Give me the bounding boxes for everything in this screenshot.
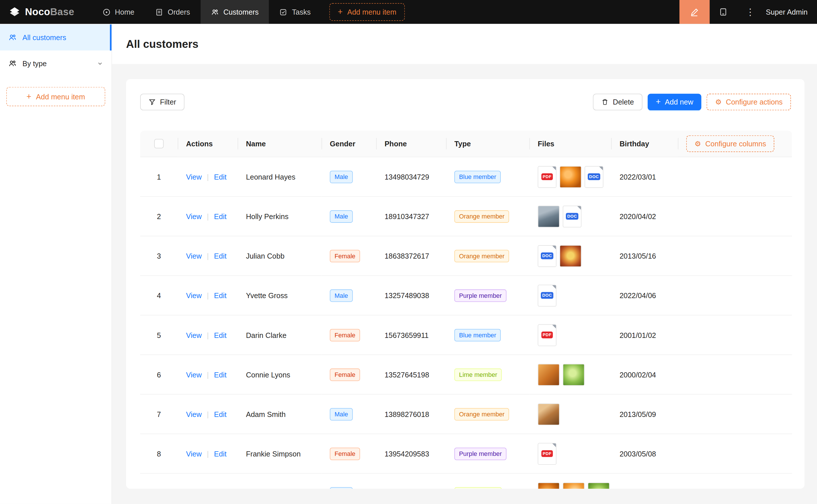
- gender-tag: Female: [330, 250, 360, 262]
- type-cell: Lime member: [446, 474, 529, 489]
- gear-icon: ⚙: [695, 140, 701, 147]
- view-link[interactable]: View: [186, 449, 202, 458]
- nav-item-tasks[interactable]: Tasks: [269, 0, 321, 24]
- name-cell: Holly Perkins: [238, 197, 322, 236]
- table-row: 4View|EditYvette GrossMale13257489038Pur…: [140, 276, 792, 315]
- phone-cell: 18910347327: [376, 197, 446, 236]
- sidebar-add-menu-item-button[interactable]: + Add menu item: [6, 87, 105, 106]
- configure-actions-button[interactable]: ⚙ Configure actions: [707, 94, 791, 110]
- row-index: 3: [157, 252, 161, 260]
- view-link[interactable]: View: [186, 252, 202, 260]
- edit-link[interactable]: Edit: [214, 212, 227, 221]
- gender-tag: Female: [330, 329, 360, 341]
- pdf-file-icon[interactable]: PDF: [538, 443, 556, 464]
- column-header-gender: Gender: [321, 131, 376, 157]
- actions-cell: View|Edit: [178, 276, 238, 315]
- edit-link[interactable]: Edit: [214, 252, 227, 260]
- type-tag: Lime member: [454, 368, 502, 381]
- files-cell: DOC: [529, 197, 611, 236]
- file-list: PDFDOC: [538, 166, 603, 188]
- gender-tag: Male: [330, 210, 353, 223]
- gender-cell: Male: [321, 395, 376, 434]
- type-cell: Purple member: [446, 434, 529, 474]
- edit-link[interactable]: Edit: [214, 331, 227, 339]
- image-thumbnail[interactable]: [538, 364, 559, 385]
- edit-link[interactable]: Edit: [214, 410, 227, 418]
- delete-label: Delete: [613, 98, 634, 106]
- type-tag: Blue member: [454, 170, 501, 183]
- nav-item-customers[interactable]: Customers: [200, 0, 269, 24]
- view-link[interactable]: View: [186, 173, 202, 181]
- people-icon: [8, 33, 17, 42]
- plus-icon: +: [338, 8, 343, 16]
- file-list: DOC: [538, 245, 603, 267]
- gender-tag: Male: [330, 289, 353, 302]
- tablet-icon-button[interactable]: [710, 0, 737, 24]
- add-menu-item-button[interactable]: + Add menu item: [329, 3, 405, 21]
- row-index-cell: 8: [140, 434, 178, 474]
- type-cell: Blue member: [446, 315, 529, 355]
- app-title: NocoBase: [25, 6, 74, 18]
- more-menu-button[interactable]: ⋮: [737, 0, 764, 24]
- sidebar-item-by-type[interactable]: By type: [0, 50, 111, 76]
- table-row: 5View|EditDarin ClarkeFemale15673659911B…: [140, 315, 792, 355]
- configure-columns-button[interactable]: ⚙ Configure columns: [686, 135, 775, 152]
- ui-editor-button[interactable]: [680, 0, 710, 24]
- orders-icon: [155, 8, 163, 16]
- image-thumbnail[interactable]: [538, 205, 559, 227]
- birthday-cell: 2013/05/09: [611, 395, 678, 434]
- add-new-button[interactable]: + Add new: [648, 94, 702, 110]
- nav-item-home[interactable]: Home: [92, 0, 145, 24]
- image-thumbnail[interactable]: [538, 403, 559, 425]
- add-menu-item-label: Add menu item: [36, 92, 85, 101]
- phone-number: 15673659911: [384, 331, 429, 339]
- nocobase-logo[interactable]: NocoBase: [8, 6, 74, 18]
- edit-link[interactable]: Edit: [214, 291, 227, 300]
- image-thumbnail[interactable]: [538, 482, 559, 489]
- type-tag: Orange member: [454, 210, 509, 223]
- birthday-cell: 2001/01/02: [611, 315, 678, 355]
- filter-button[interactable]: Filter: [140, 94, 184, 110]
- action-separator: |: [207, 331, 209, 339]
- sidebar-item-all-customers[interactable]: All customers: [0, 24, 111, 50]
- edit-link[interactable]: Edit: [214, 173, 227, 181]
- edit-link[interactable]: Edit: [214, 370, 227, 379]
- gender-tag: Male: [330, 170, 353, 183]
- user-menu[interactable]: Super Admin: [766, 8, 808, 16]
- type-tag: Purple member: [454, 447, 506, 460]
- pdf-file-icon[interactable]: PDF: [538, 166, 556, 188]
- customer-name: Yvette Gross: [246, 291, 288, 300]
- view-link[interactable]: View: [186, 291, 202, 300]
- tasks-icon: [280, 8, 287, 16]
- delete-button[interactable]: Delete: [593, 94, 643, 110]
- view-link[interactable]: View: [186, 212, 202, 221]
- nav-item-orders[interactable]: Orders: [145, 0, 200, 24]
- edit-link[interactable]: Edit: [214, 449, 227, 458]
- doc-file-icon[interactable]: DOC: [538, 284, 556, 306]
- image-thumbnail[interactable]: [559, 166, 581, 188]
- name-cell: Yvette Gross: [238, 276, 322, 315]
- phone-cell: 15673659911: [376, 315, 446, 355]
- view-link[interactable]: View: [186, 410, 202, 418]
- type-cell: Purple member: [446, 276, 529, 315]
- doc-file-icon[interactable]: DOC: [563, 205, 581, 227]
- view-link[interactable]: View: [186, 331, 202, 339]
- doc-file-icon[interactable]: DOC: [538, 245, 556, 267]
- content-card: Filter Delete + Add new ⚙ Co: [126, 79, 805, 489]
- image-thumbnail[interactable]: [559, 245, 581, 267]
- select-all-checkbox[interactable]: [154, 139, 164, 149]
- files-cell: [529, 355, 611, 395]
- sidebar-item-label: By type: [22, 59, 47, 68]
- gear-icon: ⚙: [715, 99, 722, 106]
- image-thumbnail[interactable]: [563, 482, 584, 489]
- view-link[interactable]: View: [186, 370, 202, 379]
- plus-icon: +: [26, 92, 31, 101]
- image-thumbnail[interactable]: [563, 364, 584, 385]
- birthday: 2013/05/09: [620, 410, 656, 418]
- gender-cell: Male: [321, 157, 376, 197]
- column-header-name: Name: [238, 131, 322, 157]
- image-thumbnail[interactable]: [588, 482, 609, 489]
- birthday-cell: 2003/05/08: [611, 434, 678, 474]
- pdf-file-icon[interactable]: PDF: [538, 324, 556, 346]
- doc-file-icon[interactable]: DOC: [584, 166, 603, 188]
